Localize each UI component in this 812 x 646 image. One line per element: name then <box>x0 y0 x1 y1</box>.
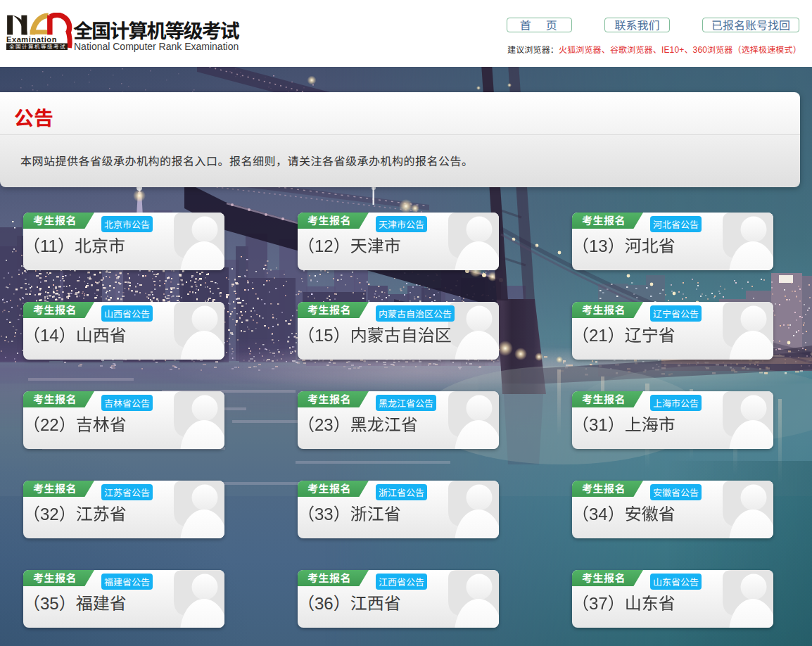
svg-text:全国计算机等级考试: 全国计算机等级考试 <box>9 42 66 50</box>
